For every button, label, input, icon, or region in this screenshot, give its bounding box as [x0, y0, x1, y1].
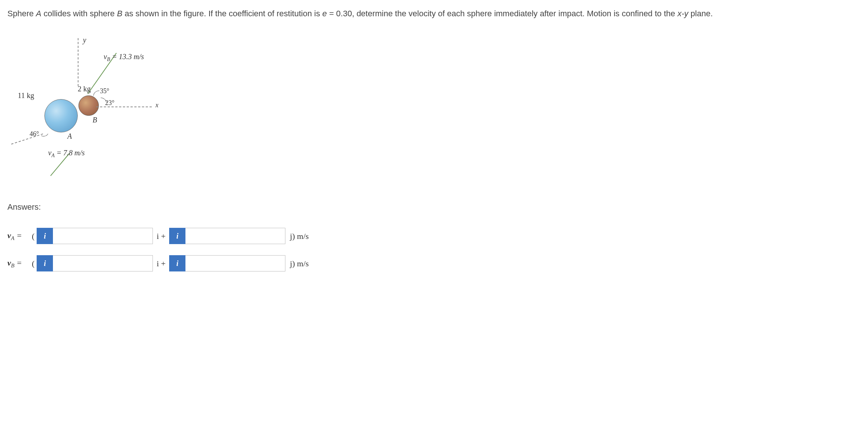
- answers-header: Answers:: [7, 201, 861, 213]
- i-plus-text: i +: [157, 257, 165, 270]
- unit-text: j) m/s: [290, 257, 309, 270]
- vb-i-input[interactable]: [53, 255, 153, 271]
- i-plus-text: i +: [157, 230, 165, 242]
- mass-b-label: 2 kg: [78, 83, 91, 94]
- angle-46-arc: [37, 125, 50, 138]
- open-paren: (: [32, 230, 34, 242]
- collision-figure: y vB = 13.3 m/s 11 kg 2 kg A B x 35° 23°…: [7, 34, 192, 190]
- info-icon[interactable]: i: [37, 255, 53, 271]
- vb-j-input[interactable]: [185, 255, 285, 271]
- sphere-b-label: B: [93, 114, 97, 125]
- open-paren: (: [32, 257, 34, 270]
- angle-35-label: 35°: [100, 86, 109, 96]
- unit-text: j) m/s: [290, 230, 309, 242]
- answer-row-va: vA = ( i i + i j) m/s: [7, 228, 861, 244]
- sphere-a-icon: [44, 99, 78, 132]
- va-result-label: vA =: [7, 229, 30, 243]
- info-icon[interactable]: i: [169, 228, 185, 244]
- sphere-a-label: A: [67, 131, 72, 142]
- va-i-input[interactable]: [53, 228, 153, 244]
- y-axis-label: y: [83, 34, 86, 45]
- vb-label: vB = 13.3 m/s: [104, 51, 144, 63]
- y-axis-line: [78, 38, 78, 86]
- mass-a-label: 11 kg: [18, 90, 34, 101]
- info-icon[interactable]: i: [169, 255, 185, 271]
- problem-statement: Sphere A collides with sphere B as shown…: [7, 7, 861, 20]
- angle-23-label: 23°: [105, 98, 114, 108]
- va-j-input[interactable]: [185, 228, 285, 244]
- va-label: vA = 7.8 m/s: [48, 147, 85, 159]
- answer-row-vb: vB = ( i i + i j) m/s: [7, 255, 861, 271]
- info-icon[interactable]: i: [37, 228, 53, 244]
- x-axis-label: x: [155, 100, 158, 110]
- vb-result-label: vB =: [7, 257, 30, 270]
- angle-46-label: 46°: [30, 129, 39, 139]
